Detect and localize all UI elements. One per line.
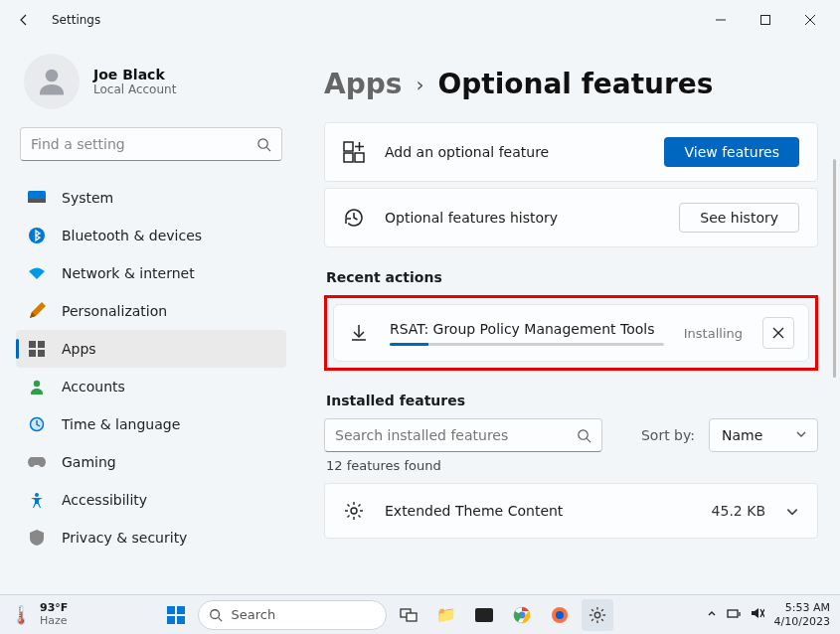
search-installed-input[interactable] [335, 427, 577, 443]
search-settings[interactable] [20, 127, 282, 161]
svg-rect-39 [728, 610, 738, 617]
svg-rect-17 [344, 142, 353, 151]
sidebar-item-bluetooth[interactable]: Bluetooth & devices [16, 217, 286, 254]
search-installed-box[interactable] [324, 418, 602, 452]
maximize-button[interactable] [743, 5, 787, 35]
svg-point-24 [351, 508, 357, 514]
sidebar-item-time[interactable]: Time & language [16, 405, 286, 443]
taskbar-app-terminal[interactable] [468, 599, 500, 631]
installed-features-heading: Installed features [326, 393, 818, 408]
taskbar-app-chrome[interactable] [506, 599, 538, 631]
minimize-button[interactable] [698, 5, 743, 35]
sidebar-item-accessibility[interactable]: Accessibility [16, 481, 286, 519]
history-label: Optional features history [385, 210, 659, 226]
nav-label: Network & internet [62, 265, 195, 281]
accounts-icon [28, 378, 46, 396]
personalization-icon [28, 302, 46, 320]
features-count: 12 features found [326, 458, 818, 473]
see-history-button[interactable]: See history [679, 203, 799, 233]
sidebar-item-privacy[interactable]: Privacy & security [16, 519, 286, 556]
sidebar-item-network[interactable]: Network & internet [16, 254, 286, 292]
svg-rect-32 [407, 613, 417, 621]
cancel-action-button[interactable] [762, 317, 794, 349]
task-view-button[interactable] [393, 599, 424, 631]
svg-point-38 [595, 612, 600, 617]
weather-temp: 93°F [40, 602, 68, 614]
gaming-icon [28, 453, 46, 471]
nav-list: System Bluetooth & devices Network & int… [16, 179, 286, 556]
svg-point-22 [579, 429, 588, 438]
nav-label: Accounts [62, 379, 125, 395]
privacy-icon [28, 529, 46, 547]
taskbar-app-firefox[interactable] [544, 599, 576, 631]
search-input[interactable] [31, 136, 256, 152]
recent-actions-heading: Recent actions [326, 269, 818, 285]
history-icon [343, 207, 365, 229]
close-button[interactable] [787, 5, 832, 35]
window-controls [698, 5, 832, 35]
svg-point-5 [258, 138, 267, 147]
add-feature-card: Add an optional feature View features [324, 122, 818, 182]
nav-label: Apps [62, 341, 96, 357]
taskbar-app-settings[interactable] [582, 599, 613, 631]
titlebar: Settings [0, 0, 840, 40]
search-icon [209, 608, 223, 622]
svg-rect-1 [760, 16, 769, 25]
tray-network-icon[interactable] [727, 607, 741, 622]
sidebar: Joe Black Local Account System Bluetooth… [0, 40, 298, 594]
tray-chevron-icon[interactable] [707, 608, 717, 621]
svg-line-6 [266, 147, 270, 151]
download-icon [348, 322, 370, 344]
weather-icon: 🌡️ [10, 605, 32, 625]
user-subtitle: Local Account [93, 82, 176, 96]
svg-rect-18 [355, 153, 364, 162]
add-feature-label: Add an optional feature [385, 144, 644, 160]
svg-rect-11 [38, 341, 45, 348]
action-title: RSAT: Group Policy Management Tools [390, 321, 664, 337]
nav-label: Bluetooth & devices [62, 228, 202, 243]
back-button[interactable] [8, 4, 40, 36]
system-icon [28, 189, 46, 207]
tray-time: 5:53 AM [774, 601, 830, 614]
progress-bar [390, 343, 664, 346]
taskbar-search[interactable]: Search [198, 600, 387, 630]
svg-line-23 [587, 438, 590, 442]
user-profile[interactable]: Joe Black Local Account [16, 40, 290, 127]
svg-rect-10 [29, 341, 36, 348]
sort-select[interactable]: Name [709, 418, 818, 452]
gear-icon [343, 500, 365, 522]
sidebar-item-system[interactable]: System [16, 179, 286, 217]
filter-row: Sort by: Name [324, 418, 818, 452]
svg-point-16 [35, 493, 39, 497]
svg-rect-26 [177, 606, 185, 614]
page-title: Optional features [437, 68, 713, 100]
tray-volume-icon[interactable] [751, 607, 764, 622]
svg-line-30 [219, 617, 223, 621]
start-button[interactable] [160, 599, 192, 631]
sidebar-item-accounts[interactable]: Accounts [16, 368, 286, 405]
view-features-button[interactable]: View features [664, 137, 799, 167]
svg-point-14 [34, 381, 40, 387]
recent-action-card: RSAT: Group Policy Management Tools Inst… [333, 304, 809, 362]
history-card: Optional features history See history [324, 188, 818, 247]
system-tray[interactable]: 5:53 AM 4/10/2023 [707, 601, 830, 627]
main-scrollbar[interactable] [833, 159, 836, 378]
weather-widget[interactable]: 🌡️ 93°F Haze [10, 602, 68, 626]
svg-rect-8 [28, 199, 46, 203]
svg-rect-33 [475, 608, 493, 622]
nav-label: Personalization [62, 303, 167, 319]
feature-row[interactable]: Extended Theme Content 45.2 KB [324, 483, 818, 539]
chevron-down-icon [795, 427, 807, 443]
feature-name: Extended Theme Content [385, 503, 692, 519]
sidebar-item-personalization[interactable]: Personalization [16, 292, 286, 330]
network-icon [28, 264, 46, 282]
svg-rect-12 [29, 350, 36, 357]
taskbar-app-explorer[interactable]: 📁 [430, 599, 462, 631]
svg-rect-28 [177, 616, 185, 624]
breadcrumb-parent[interactable]: Apps [324, 68, 402, 100]
search-icon [256, 137, 271, 152]
sidebar-item-gaming[interactable]: Gaming [16, 443, 286, 481]
nav-label: Privacy & security [62, 530, 187, 546]
sidebar-item-apps[interactable]: Apps [16, 330, 286, 368]
apps-icon [28, 340, 46, 358]
